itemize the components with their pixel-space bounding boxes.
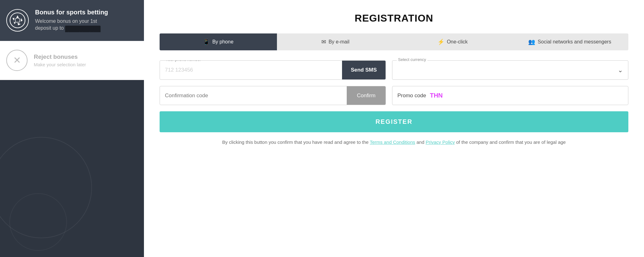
svg-marker-6 [15,18,20,22]
tabs-container: 📱 By phone ✉ By e-mail ⚡ One-click 👥 Soc… [160,33,628,50]
social-icon: 👥 [528,38,535,45]
confirmation-input[interactable] [160,86,347,105]
confirmation-input-group: Confirm [160,86,386,105]
currency-select-group[interactable]: Select currency ⌄ [392,60,628,80]
promo-input-group[interactable]: Promo code THN [392,86,628,105]
svg-point-0 [10,13,25,28]
phone-icon: 📱 [203,38,210,45]
tab-by-email[interactable]: ✉ By e-mail [277,33,394,50]
phone-input[interactable] [160,61,342,79]
send-sms-button[interactable]: Send SMS [342,61,386,79]
terms-link[interactable]: Terms and Conditions [370,139,415,145]
reject-card[interactable]: ✕ Reject bonuses Make your selection lat… [0,41,144,80]
tab-by-email-label: By e-mail [329,39,350,45]
disclaimer-text: By clicking this button you confirm that… [160,139,628,146]
redacted-value: ██████████ [65,26,100,31]
email-icon: ✉ [321,38,326,45]
tab-social[interactable]: 👥 Social networks and messengers [511,33,629,50]
tab-by-phone[interactable]: 📱 By phone [160,33,277,50]
phone-field-label: Your phone number [164,60,202,62]
bonus-description: Welcome bonus on your 1st deposit up to … [35,18,108,32]
bonus-title: Bonus for sports betting [35,9,108,16]
left-panel: Bonus for sports betting Welcome bonus o… [0,0,144,257]
lightning-icon: ⚡ [437,38,444,45]
reject-subtitle: Make your selection later [34,62,86,67]
currency-field-label: Select currency [397,57,427,62]
disclaimer-suffix: of the company and confirm that you are … [455,139,566,145]
svg-marker-3 [18,23,21,25]
register-button[interactable]: REGISTER [160,111,628,132]
phone-currency-row: Your phone number Send SMS Select curren… [160,60,628,80]
reject-title: Reject bonuses [34,53,86,60]
svg-marker-1 [16,15,19,18]
confirm-button[interactable]: Confirm [347,86,386,105]
reject-icon: ✕ [6,50,28,71]
disclaimer-prefix: By clicking this button you confirm that… [222,139,370,145]
disclaimer-middle: and [415,139,426,145]
chevron-down-icon: ⌄ [618,66,623,74]
tab-social-label: Social networks and messengers [538,39,611,45]
reject-text: Reject bonuses Make your selection later [34,53,86,67]
soccer-icon [6,9,29,32]
phone-input-group: Your phone number Send SMS [160,60,386,80]
bonus-card[interactable]: Bonus for sports betting Welcome bonus o… [0,0,144,41]
right-panel: REGISTRATION 📱 By phone ✉ By e-mail ⚡ On… [144,0,644,257]
tab-one-click[interactable]: ⚡ One-click [394,33,511,50]
svg-marker-2 [21,18,23,22]
tab-one-click-label: One-click [447,39,468,45]
registration-title: REGISTRATION [160,13,628,24]
tab-by-phone-label: By phone [212,39,233,45]
bonus-text: Bonus for sports betting Welcome bonus o… [35,9,108,32]
promo-value: THN [430,92,443,99]
confirmation-promo-row: Confirm Promo code THN [160,86,628,105]
privacy-link[interactable]: Privacy Policy [426,139,455,145]
svg-marker-5 [13,18,14,21]
promo-label: Promo code [397,93,426,99]
